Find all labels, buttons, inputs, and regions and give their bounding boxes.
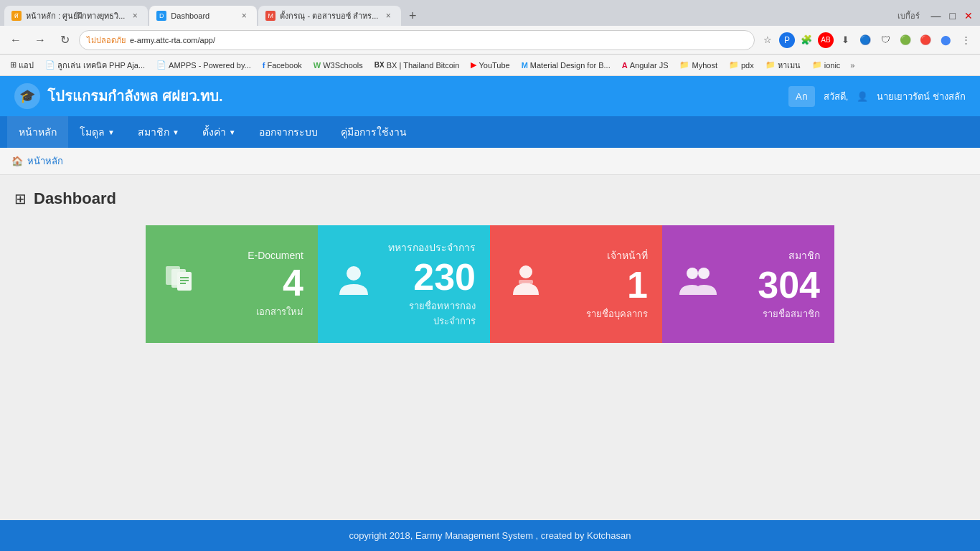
bookmark-w3schools[interactable]: W W3Schools bbox=[309, 60, 367, 71]
reload-button[interactable]: ↻ bbox=[55, 30, 75, 50]
bookmark-apps[interactable]: ⊞ แอป bbox=[6, 57, 38, 73]
ampps-icon: 📄 bbox=[156, 60, 166, 70]
tab-3-label: ตั้งกรณุ - ตอสารบอซ์ สำหร... bbox=[280, 9, 378, 22]
browser-actions: ☆ P 🧩 AB ⬇ 🔵 🛡 🟢 🔴 ⬤ ⋮ bbox=[759, 32, 974, 49]
profile-icon[interactable]: P bbox=[779, 32, 795, 48]
tab-2-close[interactable]: × bbox=[238, 10, 250, 22]
close-button[interactable]: ✕ bbox=[961, 9, 976, 23]
dashboard-cards: E-Document 4 เอกสารใหม่ ทหารกองประจำ bbox=[146, 225, 834, 343]
angular-icon: A bbox=[622, 61, 628, 70]
svg-point-7 bbox=[519, 265, 532, 278]
nav-home[interactable]: หน้าหลัก bbox=[7, 116, 68, 148]
more-bookmarks[interactable]: » bbox=[850, 61, 854, 70]
extension-2[interactable]: 🟢 bbox=[897, 32, 914, 49]
nav-module-label: โมดูล bbox=[80, 124, 105, 140]
nav-settings[interactable]: ตั้งค่า ▼ bbox=[191, 116, 248, 148]
logo-icon: 🎓 bbox=[14, 83, 40, 109]
bookmark-angular[interactable]: A Angular JS bbox=[618, 60, 673, 71]
card-soldier-label: ทหารกองประจำการ bbox=[387, 240, 476, 255]
bookmark-material[interactable]: M Material Design for B... bbox=[517, 60, 615, 71]
card-member-content: สมาชิก 304 รายชื่อสมาชิก bbox=[731, 248, 820, 321]
tab-bar: ศ หน้าหลัก : ศูนย์ฝึกทางยุทธวิ... × D Da… bbox=[0, 0, 980, 26]
bookmark-w3schools-label: W3Schools bbox=[323, 61, 363, 70]
nav-member-label: สมาชิก bbox=[138, 124, 169, 140]
nav-logout[interactable]: ออกจากระบบ bbox=[248, 116, 329, 148]
pdx-icon: 📁 bbox=[729, 60, 739, 70]
bookmark-ampps[interactable]: 📄 AMPPS - Powered by... bbox=[152, 59, 255, 71]
card-officer[interactable]: เจ้าหน้าที่ 1 รายชื่อบุคลากร bbox=[490, 225, 662, 343]
download-icon[interactable]: ⬇ bbox=[837, 32, 854, 49]
tab-3[interactable]: M ตั้งกรณุ - ตอสารบอซ์ สำหร... × bbox=[258, 6, 401, 26]
tab-1[interactable]: ศ หน้าหลัก : ศูนย์ฝึกทางยุทธวิ... × bbox=[4, 6, 148, 26]
hamaen-icon: 📁 bbox=[765, 60, 776, 70]
app-wrapper: 🎓 โปรแกรมกำลังพล ศฝยว.ทบ. Aก สวัสดี, 👤 น… bbox=[0, 76, 980, 551]
card-officer-sublabel: รายชื่อบุคลากร bbox=[559, 306, 648, 321]
card-soldier-icon bbox=[332, 259, 375, 310]
tab-3-close[interactable]: × bbox=[382, 10, 394, 22]
forward-button[interactable]: → bbox=[30, 30, 50, 50]
card-member-label: สมาชิก bbox=[731, 248, 820, 263]
nav-home-label: หน้าหลัก bbox=[19, 124, 57, 140]
new-tab-button[interactable]: + bbox=[402, 6, 423, 26]
bx-icon: BX bbox=[374, 61, 385, 69]
bookmark-bx[interactable]: BX BX | Thailand Bitcoin bbox=[370, 60, 464, 71]
bookmark-ionic-label: ionic bbox=[824, 61, 841, 70]
menu-button[interactable]: ⋮ bbox=[957, 32, 974, 49]
svg-rect-9 bbox=[519, 280, 533, 284]
extensions-icon[interactable]: 🧩 bbox=[798, 32, 815, 49]
card-officer-icon bbox=[504, 259, 547, 310]
user-icon: 👤 bbox=[857, 91, 868, 102]
breadcrumb-home[interactable]: หน้าหลัก bbox=[27, 154, 63, 169]
apps-icon: ⊞ bbox=[10, 60, 17, 70]
php-icon: 📄 bbox=[45, 60, 55, 70]
adblock-icon[interactable]: AB bbox=[818, 32, 834, 48]
nav-manual[interactable]: คู่มือการใช้งาน bbox=[329, 116, 418, 148]
bookmark-material-label: Material Design for B... bbox=[530, 61, 611, 70]
card-soldier-content: ทหารกองประจำการ 230 รายชื่อทหารกองประจำก… bbox=[387, 240, 476, 329]
card-edocument-sublabel: เอกสารใหม่ bbox=[215, 304, 303, 319]
card-member-icon bbox=[677, 259, 720, 310]
minimize-button[interactable]: — bbox=[928, 9, 944, 23]
header-right: Aก สวัสดี, 👤 นายเยาวรัตน์ ช่างสลัก bbox=[788, 86, 966, 107]
card-member[interactable]: สมาชิก 304 รายชื่อสมาชิก bbox=[662, 225, 834, 343]
ionic-icon: 📁 bbox=[812, 60, 822, 70]
bookmark-facebook[interactable]: f Facebook bbox=[258, 60, 306, 71]
app-header: 🎓 โปรแกรมกำลังพล ศฝยว.ทบ. Aก สวัสดี, 👤 น… bbox=[0, 76, 980, 116]
bookmark-pdx[interactable]: 📁 pdx bbox=[725, 59, 758, 71]
bookmark-hamaen-label: หาเมน bbox=[778, 59, 801, 72]
nav-member[interactable]: สมาชิก ▼ bbox=[126, 116, 191, 148]
nav-logout-label: ออกจากระบบ bbox=[259, 124, 318, 140]
svg-point-6 bbox=[347, 266, 361, 281]
back-button[interactable]: ← bbox=[6, 30, 26, 50]
bookmark-hamaen[interactable]: 📁 หาเมน bbox=[761, 57, 805, 73]
app-logo: 🎓 โปรแกรมกำลังพล ศฝยว.ทบ. bbox=[14, 83, 223, 109]
bookmark-ionic[interactable]: 📁 ionic bbox=[808, 59, 845, 71]
bookmark-star[interactable]: ☆ bbox=[759, 32, 776, 49]
nav-module[interactable]: โมดูล ▼ bbox=[68, 116, 126, 148]
card-soldier[interactable]: ทหารกองประจำการ 230 รายชื่อทหารกองประจำก… bbox=[318, 225, 490, 343]
card-edocument[interactable]: E-Document 4 เอกสารใหม่ bbox=[146, 225, 318, 343]
bookmark-bx-label: BX | Thailand Bitcoin bbox=[387, 61, 460, 70]
card-officer-content: เจ้าหน้าที่ 1 รายชื่อบุคลากร bbox=[559, 248, 648, 321]
page-title: Dashboard bbox=[34, 189, 116, 208]
font-size-button[interactable]: Aก bbox=[788, 86, 815, 107]
tab-2[interactable]: D Dashboard × bbox=[149, 6, 257, 26]
username-text: นายเยาวรัตน์ ช่างสลัก bbox=[877, 89, 966, 104]
bookmark-myhost-label: Myhost bbox=[692, 61, 717, 70]
tab-1-close[interactable]: × bbox=[129, 10, 141, 22]
card-edocument-number: 4 bbox=[215, 264, 303, 301]
extension-3[interactable]: 🔴 bbox=[917, 32, 934, 49]
maximize-button[interactable]: □ bbox=[947, 9, 958, 23]
chrome-icon[interactable]: ⬤ bbox=[937, 32, 954, 49]
card-soldier-number: 230 bbox=[387, 258, 476, 296]
bookmark-youtube[interactable]: ▶ YouTube bbox=[466, 59, 514, 71]
extension-1[interactable]: 🔵 bbox=[857, 32, 874, 49]
app-title: โปรแกรมกำลังพล ศฝยว.ทบ. bbox=[47, 85, 223, 108]
home-icon: 🏠 bbox=[11, 156, 23, 166]
nav-manual-label: คู่มือการใช้งาน bbox=[341, 124, 407, 140]
bookmark-myhost[interactable]: 📁 Myhost bbox=[675, 59, 721, 71]
app-footer: copyright 2018, Earmy Management System … bbox=[0, 520, 980, 551]
bookmark-php[interactable]: 📄 ลูกเล่น เทคนิค PHP Aja... bbox=[41, 57, 149, 73]
bookmark-facebook-label: Facebook bbox=[267, 61, 301, 70]
vpn-icon[interactable]: 🛡 bbox=[877, 32, 894, 49]
